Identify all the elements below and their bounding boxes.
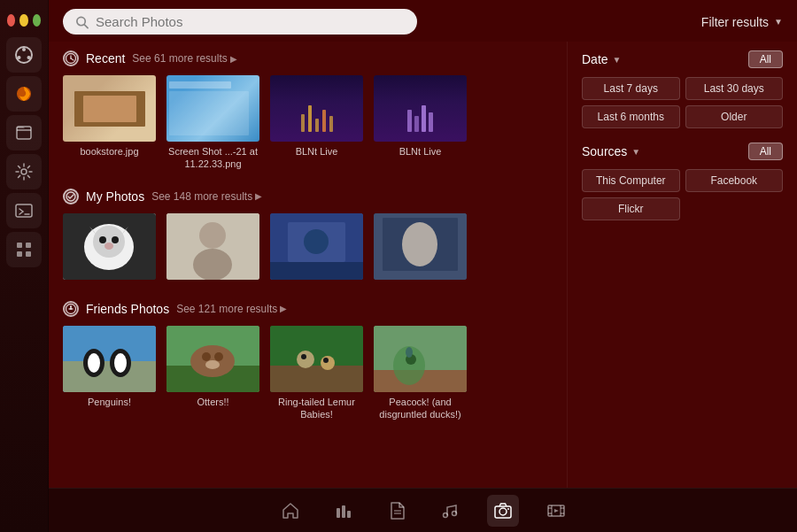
close-button[interactable]	[7, 14, 15, 27]
search-box[interactable]	[63, 9, 417, 35]
svg-rect-11	[26, 251, 31, 257]
svg-rect-30	[270, 262, 363, 280]
search-input[interactable]	[96, 14, 405, 29]
photo-item-bookstore[interactable]: bookstore.jpg	[63, 75, 156, 171]
minimize-button[interactable]	[19, 14, 27, 27]
section-myphotos: My Photos See 148 more results ▶	[63, 189, 553, 283]
filter-btn-thiscomputer[interactable]: This Computer	[582, 169, 680, 192]
svg-point-22	[112, 236, 119, 243]
photo-item-lemur[interactable]: Ring-tailed Lemur Babies!	[270, 326, 363, 421]
svg-rect-62	[337, 508, 340, 518]
sources-all-button[interactable]: All	[748, 143, 783, 160]
photo-thumb-screenshot	[166, 75, 259, 142]
photo-item-person[interactable]	[166, 213, 259, 283]
photo-item-otters[interactable]: Otters!!	[166, 326, 259, 421]
photo-item-blntlive2[interactable]: BLNt Live	[374, 75, 467, 171]
photo-thumb-person	[166, 213, 259, 280]
bottom-nav	[49, 488, 797, 532]
nav-film[interactable]	[540, 495, 572, 527]
svg-point-54	[321, 356, 335, 370]
date-filter-header: Date ▼ All	[582, 50, 783, 68]
svg-rect-64	[347, 511, 351, 518]
sidebar-item-firefox[interactable]	[6, 76, 42, 112]
date-filter-section: Date ▼ All Last 7 days Last 30 days Last…	[582, 50, 783, 128]
section-myphotos-title: My Photos	[86, 189, 144, 204]
section-friends: Friends Photos See 121 more results ▶	[63, 301, 553, 421]
sidebar-item-apps[interactable]	[6, 232, 42, 267]
nav-camera[interactable]	[487, 495, 519, 527]
svg-line-16	[71, 58, 74, 60]
photo-thumb-blue	[270, 213, 363, 280]
photo-label-peacock: Peacock! (and disgruntled ducks!)	[374, 396, 467, 421]
recent-more-arrow: ▶	[230, 54, 237, 64]
filter-btn-last7days[interactable]: Last 7 days	[582, 77, 680, 100]
date-all-button[interactable]: All	[748, 50, 783, 68]
recent-icon	[63, 50, 79, 66]
topbar: Filter results ▼	[49, 0, 797, 42]
section-myphotos-header: My Photos See 148 more results ▶	[63, 189, 553, 204]
svg-rect-9	[26, 243, 31, 248]
sources-filter-label[interactable]: Sources ▼	[582, 144, 640, 158]
section-friends-more[interactable]: See 121 more results ▶	[176, 303, 287, 315]
sources-arrow-icon: ▼	[631, 147, 640, 157]
photo-item-indoor[interactable]	[374, 213, 467, 283]
svg-point-44	[114, 353, 127, 373]
sources-filter-buttons: This Computer Facebook Flickr	[582, 169, 783, 220]
section-recent: Recent See 61 more results ▶	[63, 50, 553, 171]
svg-point-49	[214, 352, 223, 361]
photo-thumb-otters	[166, 326, 259, 392]
date-arrow-icon: ▼	[613, 55, 622, 65]
photo-item-peacock[interactable]: Peacock! (and disgruntled ducks!)	[374, 326, 467, 421]
svg-rect-40	[63, 361, 156, 392]
sidebar	[0, 0, 49, 532]
photo-label-penguins: Penguins!	[88, 396, 131, 408]
svg-point-50	[205, 360, 220, 369]
myphotos-icon	[63, 189, 79, 204]
section-recent-header: Recent See 61 more results ▶	[63, 50, 553, 66]
filter-btn-last6months[interactable]: Last 6 months	[582, 105, 680, 128]
photo-item-cat[interactable]	[63, 213, 156, 283]
photo-thumb-lemur	[270, 326, 363, 392]
section-recent-more[interactable]: See 61 more results ▶	[132, 52, 236, 65]
svg-point-3	[27, 56, 31, 59]
photo-thumb-peacock	[374, 326, 467, 392]
svg-point-21	[99, 236, 106, 243]
filter-results-button[interactable]: Filter results ▼	[701, 15, 783, 29]
nav-home[interactable]	[275, 495, 306, 527]
svg-rect-52	[270, 366, 363, 392]
sidebar-item-ubuntu[interactable]	[6, 37, 42, 73]
photo-item-blue[interactable]	[270, 213, 363, 283]
section-recent-title: Recent	[86, 51, 125, 66]
friends-icon	[63, 301, 79, 317]
sidebar-item-settings[interactable]	[6, 154, 42, 189]
svg-point-48	[202, 352, 211, 361]
photo-label-blntlive2: BLNt Live	[399, 145, 442, 158]
content-area: Recent See 61 more results ▶	[49, 42, 797, 488]
filter-btn-facebook[interactable]: Facebook	[685, 169, 784, 192]
svg-point-42	[88, 353, 100, 373]
photo-item-penguins[interactable]: Penguins!	[63, 326, 156, 421]
nav-barchart[interactable]	[328, 495, 360, 527]
filter-btn-older[interactable]: Older	[685, 105, 784, 128]
filter-btn-last30days[interactable]: Last 30 days	[685, 77, 784, 100]
svg-point-67	[443, 513, 447, 517]
maximize-button[interactable]	[33, 14, 41, 27]
myphotos-row	[63, 213, 553, 283]
photo-item-screenshot[interactable]: Screen Shot ...-21 at 11.22.33.png	[166, 75, 259, 171]
svg-point-25	[199, 222, 226, 249]
photo-item-blntlive1[interactable]: BLNt Live	[270, 75, 363, 171]
section-myphotos-more[interactable]: See 148 more results ▶	[151, 190, 262, 203]
svg-point-2	[18, 56, 21, 59]
main-panel: Filter results ▼ Recent	[49, 0, 797, 532]
svg-point-61	[406, 347, 413, 358]
sidebar-item-files[interactable]	[6, 115, 42, 150]
sidebar-item-terminal[interactable]	[6, 193, 42, 228]
svg-point-29	[304, 229, 329, 254]
section-friends-header: Friends Photos See 121 more results ▶	[63, 301, 553, 317]
date-filter-label[interactable]: Date ▼	[582, 52, 621, 66]
nav-music[interactable]	[434, 495, 466, 527]
svg-point-55	[301, 354, 306, 359]
nav-document[interactable]	[381, 495, 413, 527]
photo-label-otters: Otters!!	[197, 396, 228, 408]
filter-btn-flickr[interactable]: Flickr	[582, 197, 680, 220]
